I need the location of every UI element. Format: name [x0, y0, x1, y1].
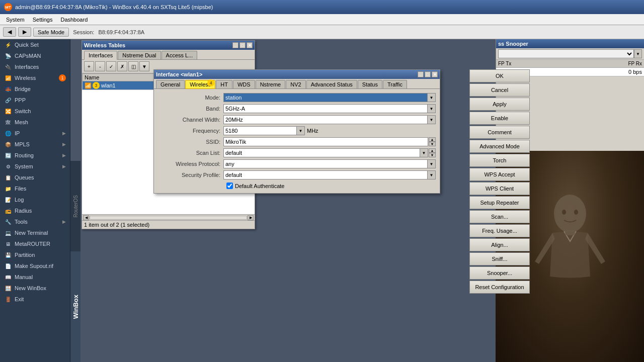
sidebar-item-exit[interactable]: 🚪 Exit: [0, 294, 70, 305]
traffic-dropdown-button[interactable]: ▼: [634, 49, 642, 58]
scan-list-up-button[interactable]: ▲: [429, 148, 436, 153]
scroll-track[interactable]: [90, 216, 247, 220]
scan-list-input[interactable]: [223, 148, 420, 157]
tab-ht[interactable]: HT: [216, 80, 232, 88]
tab-wds[interactable]: WDS: [233, 80, 255, 88]
wps-client-button[interactable]: WPS Client: [469, 182, 530, 195]
scan-list-dropdown-button[interactable]: ▼: [420, 148, 428, 157]
scroll-right-button[interactable]: ▶: [248, 215, 254, 220]
channel-width-dropdown-button[interactable]: ▼: [428, 115, 436, 124]
minimize-button[interactable]: _: [232, 42, 238, 48]
row-badge: 3: [93, 82, 100, 89]
apply-button[interactable]: Apply: [469, 98, 530, 111]
security-profile-input[interactable]: [223, 170, 428, 179]
scroll-left-button[interactable]: ◀: [83, 215, 89, 220]
check-button[interactable]: ✓: [106, 61, 116, 71]
horizontal-scrollbar[interactable]: ◀ ▶: [82, 214, 255, 220]
ssid-up-button[interactable]: ▲: [429, 137, 436, 142]
scan-button[interactable]: Scan...: [469, 210, 530, 223]
frequency-input[interactable]: [223, 126, 297, 135]
mode-dropdown-button[interactable]: ▼: [428, 93, 436, 102]
tab-wireless[interactable]: Wireless 4: [185, 80, 215, 89]
sidebar-item-switch[interactable]: 🔀 Switch: [0, 106, 70, 117]
tab-advanced-status[interactable]: Advanced Status: [306, 80, 357, 88]
clear-button[interactable]: ✗: [117, 61, 127, 71]
maximize-button[interactable]: □: [239, 42, 246, 48]
status-bar: 1 item out of 2 (1 selected): [82, 220, 255, 229]
sidebar-item-quick-set[interactable]: ⚡ Quick Set: [0, 39, 70, 50]
session-value: B8:69:F4:04:37:8A: [98, 29, 144, 35]
menu-dashboard[interactable]: Dashboard: [56, 16, 92, 24]
sidebar-item-routing[interactable]: 🔄 Routing ▶: [0, 150, 70, 161]
sidebar-item-new-terminal[interactable]: 💻 New Terminal: [0, 227, 70, 238]
enable-button[interactable]: Enable: [469, 112, 530, 125]
align-button[interactable]: Align...: [469, 238, 530, 251]
sidebar-item-interfaces[interactable]: 🔌 Interfaces: [0, 61, 70, 72]
tab-nstreme-dual[interactable]: Nstreme Dual: [118, 51, 160, 59]
remove-button[interactable]: -: [95, 61, 105, 71]
security-profile-dropdown-button[interactable]: ▼: [428, 170, 436, 179]
sidebar-item-manual[interactable]: 📖 Manual: [0, 272, 70, 283]
copy-button[interactable]: ◫: [128, 61, 138, 71]
sidebar-item-radius[interactable]: 📻 Radius: [0, 205, 70, 216]
safe-mode-button[interactable]: Safe Mode: [33, 28, 69, 37]
close-button[interactable]: ✕: [247, 42, 253, 48]
iface-restore-button[interactable]: □: [425, 71, 431, 77]
scan-list-down-button[interactable]: ▼: [429, 153, 436, 157]
ssid-input[interactable]: [223, 137, 428, 146]
sidebar-item-mesh[interactable]: 🕸 Mesh: [0, 117, 70, 128]
menu-settings[interactable]: Settings: [29, 16, 57, 24]
traffic-select[interactable]: [498, 49, 634, 58]
menu-system[interactable]: System: [2, 16, 29, 24]
tab-interfaces[interactable]: Interfaces: [84, 51, 117, 60]
ssid-down-button[interactable]: ▼: [429, 142, 436, 146]
sidebar-item-ip[interactable]: 🌐 IP ▶: [0, 128, 70, 139]
reset-configuration-button[interactable]: Reset Configuration: [469, 281, 530, 294]
sidebar-item-wireless[interactable]: 📶 Wireless 1: [0, 72, 70, 83]
wireless-protocol-label: Wireless Protocol:: [158, 161, 223, 167]
tab-general[interactable]: General: [156, 80, 185, 88]
back-button[interactable]: ◀: [3, 27, 16, 37]
tab-traffic[interactable]: Traffic: [383, 80, 407, 88]
cancel-button[interactable]: Cancel: [469, 83, 530, 97]
tab-nv2[interactable]: NV2: [286, 80, 305, 88]
wireless-protocol-dropdown-button[interactable]: ▼: [428, 159, 436, 168]
sidebar-item-ppp[interactable]: 🔗 PPP: [0, 95, 70, 106]
wireless-protocol-input[interactable]: [223, 159, 428, 168]
tab-access-list[interactable]: Access L...: [162, 51, 198, 59]
frequency-dropdown-button[interactable]: ▼: [297, 126, 305, 135]
torch-button[interactable]: Torch: [469, 154, 530, 167]
sidebar-item-make-supout[interactable]: 📄 Make Supout.rif: [0, 260, 70, 272]
sniff-button[interactable]: Sniff...: [469, 252, 530, 265]
channel-width-input[interactable]: [223, 115, 428, 124]
tab-status[interactable]: Status: [358, 80, 382, 88]
sidebar-item-capsman[interactable]: 📡 CAPsMAN: [0, 50, 70, 61]
iface-minimize-button[interactable]: _: [418, 71, 424, 77]
iface-close-button[interactable]: ✕: [432, 71, 438, 77]
setup-repeater-button[interactable]: Setup Repeater: [469, 196, 530, 209]
sidebar-item-files[interactable]: 📁 Files: [0, 183, 70, 194]
add-button[interactable]: +: [84, 61, 94, 71]
sidebar-item-metarouter[interactable]: 🖥 MetaROUTER: [0, 238, 70, 249]
mode-input[interactable]: [223, 93, 428, 102]
default-authenticate-checkbox[interactable]: [226, 183, 233, 189]
sidebar-item-bridge[interactable]: 🌉 Bridge: [0, 83, 70, 95]
sidebar-item-queues[interactable]: 📋 Queues: [0, 172, 70, 183]
sidebar-item-system[interactable]: ⚙ System ▶: [0, 161, 70, 172]
sidebar-item-mpls[interactable]: 📦 MPLS ▶: [0, 139, 70, 150]
wps-accept-button[interactable]: WPS Accept: [469, 168, 530, 181]
forward-button[interactable]: ▶: [18, 27, 31, 37]
sidebar-item-partition[interactable]: 💾 Partition: [0, 249, 70, 260]
freq-usage-button[interactable]: Freq. Usage...: [469, 224, 530, 237]
band-input[interactable]: [223, 104, 428, 113]
advanced-mode-button[interactable]: Advanced Mode: [469, 140, 530, 153]
sidebar-item-new-winbox[interactable]: 🪟 New WinBox: [0, 283, 70, 294]
filter-button[interactable]: ▼: [139, 61, 149, 71]
sidebar-item-log[interactable]: 📝 Log: [0, 194, 70, 205]
snooper-button[interactable]: Snooper...: [469, 266, 530, 280]
comment-button[interactable]: Comment: [469, 126, 530, 139]
ok-button[interactable]: OK: [469, 69, 530, 82]
sidebar-item-tools[interactable]: 🔧 Tools ▶: [0, 216, 70, 227]
tab-nstreme[interactable]: Nstreme: [256, 80, 286, 88]
band-dropdown-button[interactable]: ▼: [428, 104, 436, 113]
